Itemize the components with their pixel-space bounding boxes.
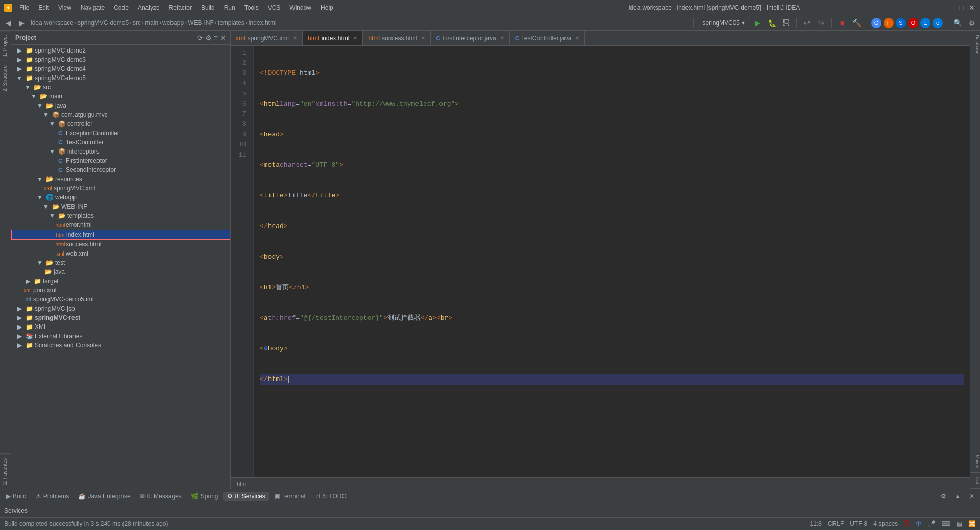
- tree-item-error-html[interactable]: html error.html: [11, 220, 230, 230]
- tab-springmvc-xml[interactable]: xml springMVC.xml ✕: [231, 31, 303, 46]
- firefox-icon[interactable]: F: [884, 18, 894, 28]
- code-editor[interactable]: 1 2 3 4 5 6 7 8 9 10 11 <!DOCTYPE html> …: [231, 46, 970, 477]
- menu-analyze[interactable]: Analyze: [134, 3, 164, 12]
- tree-item-springmvc-demo5[interactable]: ▼ 📁 springMVC-demo5: [11, 73, 230, 83]
- tree-item-exception-controller[interactable]: C ExceptionController: [11, 129, 230, 138]
- tab-first-interceptor[interactable]: C FirstInterceptor.java ✕: [431, 31, 509, 46]
- menu-window[interactable]: Window: [285, 3, 315, 12]
- tree-item-java[interactable]: ▼ 📂 java: [11, 101, 230, 110]
- debug-button[interactable]: 🐛: [766, 17, 778, 29]
- line-endings[interactable]: CRLF: [828, 520, 844, 527]
- edge-icon[interactable]: E: [920, 18, 930, 28]
- tree-item-springmvc-demo4[interactable]: ▶ 📁 springMVC-demo4: [11, 64, 230, 73]
- maximize-button[interactable]: □: [958, 4, 966, 12]
- tree-item-controller[interactable]: ▼ 📦 controller: [11, 119, 230, 129]
- tree-item-pom-xml[interactable]: xml pom.xml: [11, 286, 230, 295]
- menu-file[interactable]: File: [15, 3, 33, 12]
- build-tab[interactable]: ▶ Build: [2, 492, 31, 501]
- tab-close-icon[interactable]: ✕: [500, 35, 504, 41]
- project-tab[interactable]: 1: Project: [0, 31, 11, 61]
- minimize-button[interactable]: ─: [947, 4, 955, 12]
- chrome-icon[interactable]: G: [871, 18, 881, 28]
- redo-button[interactable]: ↪: [815, 17, 827, 29]
- tab-close-icon[interactable]: ✕: [353, 35, 357, 41]
- menu-build[interactable]: Build: [197, 3, 219, 12]
- spring-tab[interactable]: 🌿 Spring: [187, 492, 223, 501]
- java-enterprise-tab[interactable]: ☕ Java Enterprise: [74, 492, 134, 501]
- menu-refactor[interactable]: Refactor: [165, 3, 196, 12]
- messages-tab[interactable]: ✉ 0: Messages: [136, 492, 186, 501]
- close-bottom-icon[interactable]: ✕: [966, 490, 978, 502]
- menu-navigate[interactable]: Navigate: [77, 3, 109, 12]
- ant-tab[interactable]: Ant: [970, 473, 980, 489]
- undo-button[interactable]: ↩: [801, 17, 813, 29]
- bc-springmvc-demo5[interactable]: springMVC-demo5: [78, 19, 129, 27]
- maven-tab[interactable]: Maven: [970, 450, 980, 473]
- tree-item-springmvc-xml-res[interactable]: xml springMVC.xml: [11, 184, 230, 193]
- bc-webinf[interactable]: WEB-INF: [188, 19, 214, 27]
- menu-help[interactable]: Help: [316, 3, 337, 12]
- tree-item-springmvc-demo2[interactable]: ▶ 📁 springMVC-demo2: [11, 46, 230, 55]
- opera-icon[interactable]: O: [908, 18, 918, 28]
- cursor-position[interactable]: 11:8: [810, 520, 822, 527]
- tree-item-templates[interactable]: ▼ 📂 templates: [11, 211, 230, 220]
- tree-item-resources[interactable]: ▼ 📂 resources: [11, 174, 230, 184]
- run-config-dropdown[interactable]: springMVC05 ▾: [698, 18, 749, 28]
- tree-item-main[interactable]: ▼ 📂 main: [11, 92, 230, 101]
- tree-item-springmvc-rest[interactable]: ▶ 📁 springMVC-rest: [11, 313, 230, 322]
- bc-webapp[interactable]: webapp: [162, 19, 184, 27]
- favorites-tab[interactable]: 2: Favorites: [0, 453, 11, 489]
- tree-item-interceptors[interactable]: ▼ 📦 interceptors: [11, 147, 230, 156]
- tree-item-first-interceptor[interactable]: C FirstInterceptor: [11, 156, 230, 165]
- tab-close-icon[interactable]: ✕: [575, 35, 579, 41]
- tree-item-xml-module[interactable]: ▶ 📁 XML: [11, 322, 230, 332]
- bc-templates[interactable]: templates: [218, 19, 244, 27]
- close-panel-icon[interactable]: ✕: [220, 34, 226, 42]
- tab-test-controller[interactable]: C TestController.java ✕: [510, 31, 585, 46]
- tab-close-icon[interactable]: ✕: [421, 35, 425, 41]
- run-button[interactable]: ▶: [751, 17, 764, 29]
- sync-icon[interactable]: ⟳: [197, 34, 203, 42]
- forward-button[interactable]: ▶: [15, 17, 28, 29]
- tree-item-webinf[interactable]: ▼ 📂 WEB-INF: [11, 202, 230, 211]
- tree-item-second-interceptor[interactable]: C SecondInterceptor: [11, 165, 230, 174]
- bc-index-html[interactable]: index.html: [249, 19, 277, 27]
- tree-item-java-test[interactable]: 📂 java: [11, 267, 230, 276]
- settings-button[interactable]: ⚙: [966, 17, 978, 29]
- bc-main[interactable]: main: [145, 19, 158, 27]
- tab-index-html[interactable]: html index.html ✕: [303, 31, 363, 46]
- indent-setting[interactable]: 4 spaces: [873, 520, 898, 527]
- collapse-icon[interactable]: ≡: [214, 34, 218, 42]
- terminal-tab[interactable]: ▣ Terminal: [271, 492, 309, 501]
- problems-tab[interactable]: ⚠ Problems: [32, 492, 74, 501]
- tree-item-webapp[interactable]: ▼ 🌐 webapp: [11, 193, 230, 202]
- restore-icon[interactable]: ▲: [951, 490, 964, 502]
- menu-run[interactable]: Run: [220, 3, 239, 12]
- safari-icon[interactable]: S: [896, 18, 906, 28]
- build-button[interactable]: 🔨: [850, 17, 863, 29]
- tree-item-success-html[interactable]: html success.html: [11, 240, 230, 249]
- tree-item-test-controller[interactable]: C TestController: [11, 138, 230, 147]
- structure-tab[interactable]: 2: Structure: [0, 61, 11, 96]
- file-encoding[interactable]: UTF-8: [850, 520, 867, 527]
- tab-close-icon[interactable]: ✕: [293, 35, 297, 41]
- back-button[interactable]: ◀: [2, 17, 14, 29]
- tree-item-scratches[interactable]: ▶ 📁 Scratches and Consoles: [11, 341, 230, 350]
- gear-icon[interactable]: ⚙: [205, 34, 212, 42]
- services-tab[interactable]: ⚙ 8: Services: [223, 492, 269, 501]
- database-tab[interactable]: Database: [970, 31, 980, 59]
- search-everywhere-button[interactable]: 🔍: [951, 17, 964, 29]
- ie-icon[interactable]: e: [933, 18, 943, 28]
- menu-code[interactable]: Code: [110, 3, 133, 12]
- stop-button[interactable]: ■: [836, 17, 848, 29]
- menu-view[interactable]: View: [54, 3, 76, 12]
- tree-item-index-html[interactable]: html index.html: [11, 230, 230, 240]
- tree-item-com-atguigu-mvc[interactable]: ▼ 📦 com.atguigu.mvc: [11, 110, 230, 119]
- menu-edit[interactable]: Edit: [34, 3, 53, 12]
- tree-item-test[interactable]: ▼ 📂 test: [11, 258, 230, 267]
- bc-idea-workspace[interactable]: idea-workspace: [31, 19, 74, 27]
- settings-icon[interactable]: ⚙: [937, 490, 949, 502]
- menu-tools[interactable]: Tools: [240, 3, 263, 12]
- todo-tab[interactable]: ☑ 6: TODO: [310, 492, 351, 501]
- tab-success-html[interactable]: html success.html ✕: [363, 31, 431, 46]
